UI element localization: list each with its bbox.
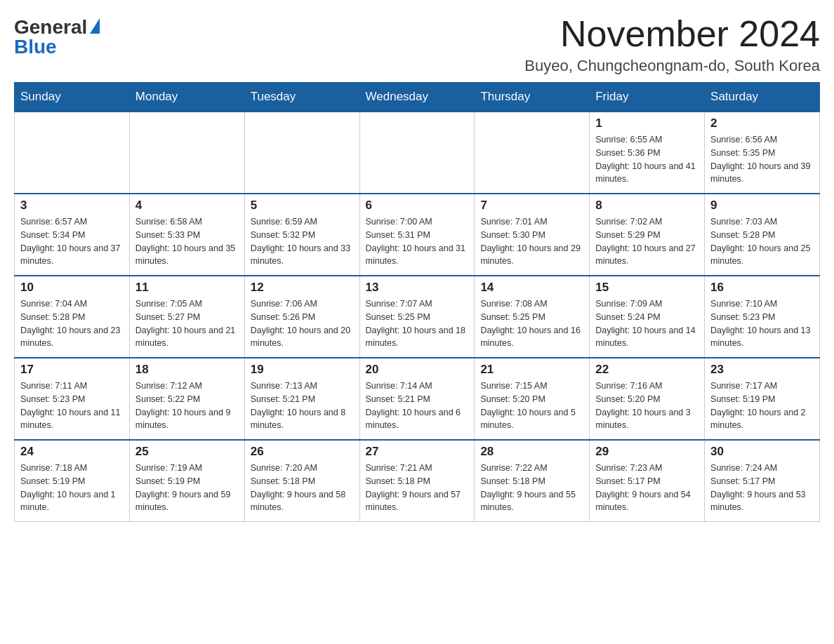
day-info: Sunrise: 7:12 AMSunset: 5:22 PMDaylight:… <box>135 380 239 432</box>
day-info: Sunrise: 7:10 AMSunset: 5:23 PMDaylight:… <box>710 297 814 350</box>
day-info: Sunrise: 7:00 AMSunset: 5:31 PMDaylight:… <box>366 215 469 268</box>
calendar-cell: 8Sunrise: 7:02 AMSunset: 5:29 PMDaylight… <box>590 194 705 276</box>
day-info: Sunrise: 7:03 AMSunset: 5:28 PMDaylight:… <box>710 215 814 268</box>
month-title: November 2024 <box>524 14 820 54</box>
calendar-cell: 21Sunrise: 7:15 AMSunset: 5:20 PMDayligh… <box>475 358 590 440</box>
calendar-cell: 11Sunrise: 7:05 AMSunset: 5:27 PMDayligh… <box>129 276 244 358</box>
day-number: 18 <box>135 363 239 377</box>
day-info: Sunrise: 7:23 AMSunset: 5:17 PMDaylight:… <box>595 462 699 514</box>
day-of-week-header: Saturday <box>705 83 820 112</box>
calendar-cell: 22Sunrise: 7:16 AMSunset: 5:20 PMDayligh… <box>590 358 705 440</box>
calendar-cell: 19Sunrise: 7:13 AMSunset: 5:21 PMDayligh… <box>244 358 359 440</box>
calendar-cell: 18Sunrise: 7:12 AMSunset: 5:22 PMDayligh… <box>129 358 244 440</box>
day-number: 27 <box>366 445 469 459</box>
day-of-week-header: Monday <box>129 83 244 112</box>
day-info: Sunrise: 7:16 AMSunset: 5:20 PMDaylight:… <box>595 380 699 432</box>
day-info: Sunrise: 7:08 AMSunset: 5:25 PMDaylight:… <box>480 297 583 350</box>
day-info: Sunrise: 7:13 AMSunset: 5:21 PMDaylight:… <box>251 380 354 432</box>
day-number: 6 <box>366 199 469 213</box>
calendar-cell: 13Sunrise: 7:07 AMSunset: 5:25 PMDayligh… <box>359 276 475 358</box>
day-info: Sunrise: 6:59 AMSunset: 5:32 PMDaylight:… <box>251 215 354 268</box>
week-row: 3Sunrise: 6:57 AMSunset: 5:34 PMDaylight… <box>15 194 820 276</box>
header: General Blue November 2024 Buyeo, Chungc… <box>14 14 820 75</box>
day-info: Sunrise: 7:17 AMSunset: 5:19 PMDaylight:… <box>710 380 814 432</box>
day-number: 19 <box>251 363 354 377</box>
calendar-cell: 28Sunrise: 7:22 AMSunset: 5:18 PMDayligh… <box>475 440 590 522</box>
day-number: 24 <box>20 445 124 459</box>
calendar-cell: 24Sunrise: 7:18 AMSunset: 5:19 PMDayligh… <box>15 440 130 522</box>
calendar-cell <box>15 112 130 194</box>
calendar-cell: 25Sunrise: 7:19 AMSunset: 5:19 PMDayligh… <box>129 440 244 522</box>
day-number: 5 <box>251 199 354 213</box>
day-info: Sunrise: 7:22 AMSunset: 5:18 PMDaylight:… <box>480 462 583 514</box>
day-info: Sunrise: 6:58 AMSunset: 5:33 PMDaylight:… <box>135 215 239 268</box>
day-of-week-header: Friday <box>590 83 705 112</box>
day-number: 25 <box>135 445 239 459</box>
day-info: Sunrise: 6:55 AMSunset: 5:36 PMDaylight:… <box>595 133 699 186</box>
day-of-week-header: Wednesday <box>359 83 475 112</box>
day-number: 14 <box>480 281 583 295</box>
calendar-cell <box>359 112 475 194</box>
day-number: 7 <box>480 199 583 213</box>
day-info: Sunrise: 7:24 AMSunset: 5:17 PMDaylight:… <box>710 462 814 514</box>
calendar-cell: 10Sunrise: 7:04 AMSunset: 5:28 PMDayligh… <box>15 276 130 358</box>
calendar-header-row: SundayMondayTuesdayWednesdayThursdayFrid… <box>15 83 820 112</box>
calendar-cell: 9Sunrise: 7:03 AMSunset: 5:28 PMDaylight… <box>705 194 820 276</box>
calendar-cell: 2Sunrise: 6:56 AMSunset: 5:35 PMDaylight… <box>705 112 820 194</box>
day-of-week-header: Sunday <box>15 83 130 112</box>
day-number: 2 <box>710 116 814 130</box>
day-number: 1 <box>595 116 699 130</box>
calendar-cell: 15Sunrise: 7:09 AMSunset: 5:24 PMDayligh… <box>590 276 705 358</box>
logo-general-text: General <box>14 18 87 37</box>
title-area: November 2024 Buyeo, Chungcheongnam-do, … <box>524 14 820 75</box>
day-number: 29 <box>595 445 699 459</box>
calendar-cell: 14Sunrise: 7:08 AMSunset: 5:25 PMDayligh… <box>475 276 590 358</box>
day-number: 11 <box>135 281 239 295</box>
calendar-cell: 29Sunrise: 7:23 AMSunset: 5:17 PMDayligh… <box>590 440 705 522</box>
day-of-week-header: Tuesday <box>244 83 359 112</box>
day-of-week-header: Thursday <box>475 83 590 112</box>
day-number: 12 <box>251 281 354 295</box>
day-info: Sunrise: 7:21 AMSunset: 5:18 PMDaylight:… <box>366 462 469 514</box>
day-number: 4 <box>135 199 239 213</box>
calendar-cell: 20Sunrise: 7:14 AMSunset: 5:21 PMDayligh… <box>359 358 475 440</box>
calendar-cell: 7Sunrise: 7:01 AMSunset: 5:30 PMDaylight… <box>475 194 590 276</box>
day-number: 28 <box>480 445 583 459</box>
calendar-cell: 5Sunrise: 6:59 AMSunset: 5:32 PMDaylight… <box>244 194 359 276</box>
day-info: Sunrise: 7:07 AMSunset: 5:25 PMDaylight:… <box>366 297 469 350</box>
day-info: Sunrise: 7:18 AMSunset: 5:19 PMDaylight:… <box>20 462 124 514</box>
day-info: Sunrise: 7:06 AMSunset: 5:26 PMDaylight:… <box>251 297 354 350</box>
day-info: Sunrise: 7:11 AMSunset: 5:23 PMDaylight:… <box>20 380 124 432</box>
calendar-cell: 1Sunrise: 6:55 AMSunset: 5:36 PMDaylight… <box>590 112 705 194</box>
day-info: Sunrise: 7:15 AMSunset: 5:20 PMDaylight:… <box>480 380 583 432</box>
day-info: Sunrise: 7:09 AMSunset: 5:24 PMDaylight:… <box>595 297 699 350</box>
calendar-cell: 23Sunrise: 7:17 AMSunset: 5:19 PMDayligh… <box>705 358 820 440</box>
day-info: Sunrise: 7:02 AMSunset: 5:29 PMDaylight:… <box>595 215 699 268</box>
calendar-cell: 17Sunrise: 7:11 AMSunset: 5:23 PMDayligh… <box>15 358 130 440</box>
logo-blue-text: Blue <box>14 37 57 57</box>
day-info: Sunrise: 6:57 AMSunset: 5:34 PMDaylight:… <box>20 215 124 268</box>
calendar-cell: 26Sunrise: 7:20 AMSunset: 5:18 PMDayligh… <box>244 440 359 522</box>
day-info: Sunrise: 7:04 AMSunset: 5:28 PMDaylight:… <box>20 297 124 350</box>
day-number: 26 <box>251 445 354 459</box>
calendar-cell: 16Sunrise: 7:10 AMSunset: 5:23 PMDayligh… <box>705 276 820 358</box>
logo-triangle-icon <box>90 18 100 34</box>
week-row: 1Sunrise: 6:55 AMSunset: 5:36 PMDaylight… <box>15 112 820 194</box>
calendar-cell: 3Sunrise: 6:57 AMSunset: 5:34 PMDaylight… <box>15 194 130 276</box>
day-number: 23 <box>710 363 814 377</box>
calendar-cell: 6Sunrise: 7:00 AMSunset: 5:31 PMDaylight… <box>359 194 475 276</box>
calendar-cell: 27Sunrise: 7:21 AMSunset: 5:18 PMDayligh… <box>359 440 475 522</box>
week-row: 24Sunrise: 7:18 AMSunset: 5:19 PMDayligh… <box>15 440 820 522</box>
calendar-cell: 12Sunrise: 7:06 AMSunset: 5:26 PMDayligh… <box>244 276 359 358</box>
day-number: 16 <box>710 281 814 295</box>
day-number: 13 <box>366 281 469 295</box>
location-title: Buyeo, Chungcheongnam-do, South Korea <box>524 57 820 75</box>
day-info: Sunrise: 7:01 AMSunset: 5:30 PMDaylight:… <box>480 215 583 268</box>
week-row: 10Sunrise: 7:04 AMSunset: 5:28 PMDayligh… <box>15 276 820 358</box>
day-info: Sunrise: 7:05 AMSunset: 5:27 PMDaylight:… <box>135 297 239 350</box>
day-number: 17 <box>20 363 124 377</box>
calendar-cell: 30Sunrise: 7:24 AMSunset: 5:17 PMDayligh… <box>705 440 820 522</box>
day-info: Sunrise: 7:14 AMSunset: 5:21 PMDaylight:… <box>366 380 469 432</box>
day-info: Sunrise: 7:20 AMSunset: 5:18 PMDaylight:… <box>251 462 354 514</box>
calendar-cell <box>244 112 359 194</box>
